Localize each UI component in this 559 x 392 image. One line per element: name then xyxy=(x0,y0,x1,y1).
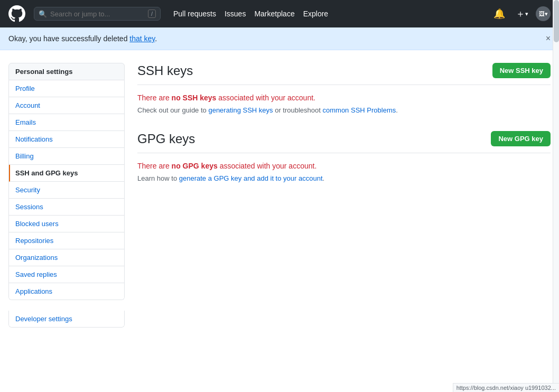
content-area: SSH keys New SSH key There are no SSH ke… xyxy=(137,63,551,328)
gpg-no-keys-message: There are no GPG keys associated with yo… xyxy=(137,162,551,170)
sidebar-item-profile[interactable]: Profile xyxy=(9,80,124,97)
alert-message: Okay, you have successfully deleted that… xyxy=(8,34,157,43)
sidebar-item-account[interactable]: Account xyxy=(9,97,124,114)
navbar-actions: 🔔 ＋ ▾ 🖼 ▾ xyxy=(490,5,551,22)
nav-pull-requests[interactable]: Pull requests xyxy=(173,10,216,18)
sidebar-item-sessions[interactable]: Sessions xyxy=(9,199,124,216)
nav-marketplace[interactable]: Marketplace xyxy=(254,10,294,18)
gpg-guide-link[interactable]: generate a GPG key and add it to your ac… xyxy=(179,174,323,182)
ssh-keys-heading: SSH keys New SSH key xyxy=(137,63,551,85)
sidebar-item-ssh-gpg-keys[interactable]: SSH and GPG keys xyxy=(9,165,124,182)
sidebar-item-billing[interactable]: Billing xyxy=(9,148,124,165)
avatar-image: 🖼 xyxy=(539,11,545,17)
nav-explore[interactable]: Explore xyxy=(303,10,328,18)
navbar: 🔍 / Pull requests Issues Marketplace Exp… xyxy=(0,0,559,27)
sidebar-item-saved-replies[interactable]: Saved replies xyxy=(9,266,124,283)
developer-settings-section: Developer settings xyxy=(8,311,125,328)
scrollbar-thumb[interactable] xyxy=(554,0,559,42)
sidebar-item-applications[interactable]: Applications xyxy=(9,283,124,300)
gpg-guide-text: Learn how to generate a GPG key and add … xyxy=(137,174,551,182)
main-layout: Personal settings Profile Account Emails… xyxy=(0,63,559,328)
ssh-guide-text: Check out our guide to generating SSH ke… xyxy=(137,106,551,114)
sidebar-heading: Personal settings xyxy=(8,63,125,80)
ssh-guide-link2[interactable]: common SSH Problems xyxy=(323,106,396,114)
ssh-no-keys-message: There are no SSH keys associated with yo… xyxy=(137,94,551,102)
new-ssh-key-button[interactable]: New SSH key xyxy=(492,63,551,78)
developer-settings-menu: Developer settings xyxy=(8,311,125,328)
github-logo[interactable] xyxy=(8,5,25,22)
sidebar-item-security[interactable]: Security xyxy=(9,182,124,199)
sidebar-menu: Profile Account Emails Notifications Bil… xyxy=(8,80,125,300)
gpg-keys-title: GPG keys xyxy=(137,132,195,146)
alert-banner: Okay, you have successfully deleted that… xyxy=(0,27,559,50)
sidebar-item-notifications[interactable]: Notifications xyxy=(9,131,124,148)
alert-link[interactable]: that key xyxy=(129,34,155,43)
navbar-links: Pull requests Issues Marketplace Explore xyxy=(173,10,328,18)
notifications-bell[interactable]: 🔔 xyxy=(490,6,508,22)
new-item-button[interactable]: ＋ ▾ xyxy=(513,5,532,22)
gpg-keys-heading: GPG keys New GPG key xyxy=(137,131,551,153)
user-avatar[interactable]: 🖼 ▾ xyxy=(536,6,551,21)
search-icon: 🔍 xyxy=(39,10,47,18)
ssh-guide-link1[interactable]: generating SSH keys xyxy=(208,106,273,114)
sidebar-item-blocked-users[interactable]: Blocked users xyxy=(9,216,124,232)
ssh-no-text: no SSH keys xyxy=(172,94,217,102)
search-input[interactable] xyxy=(50,10,145,18)
nav-issues[interactable]: Issues xyxy=(225,10,246,18)
sidebar-item-repositories[interactable]: Repositories xyxy=(9,232,124,249)
ssh-keys-title: SSH keys xyxy=(137,63,193,78)
search-box[interactable]: 🔍 / xyxy=(34,7,161,21)
sidebar-item-emails[interactable]: Emails xyxy=(9,114,124,131)
sidebar-item-organizations[interactable]: Organizations xyxy=(9,249,124,266)
scrollbar-track[interactable] xyxy=(553,0,559,340)
new-gpg-key-button[interactable]: New GPG key xyxy=(491,131,551,146)
slash-key: / xyxy=(148,10,156,18)
alert-close-button[interactable]: × xyxy=(546,34,551,43)
sidebar-item-developer-settings[interactable]: Developer settings xyxy=(9,311,124,327)
sidebar: Personal settings Profile Account Emails… xyxy=(8,63,125,328)
gpg-no-text: no GPG keys xyxy=(172,162,218,170)
